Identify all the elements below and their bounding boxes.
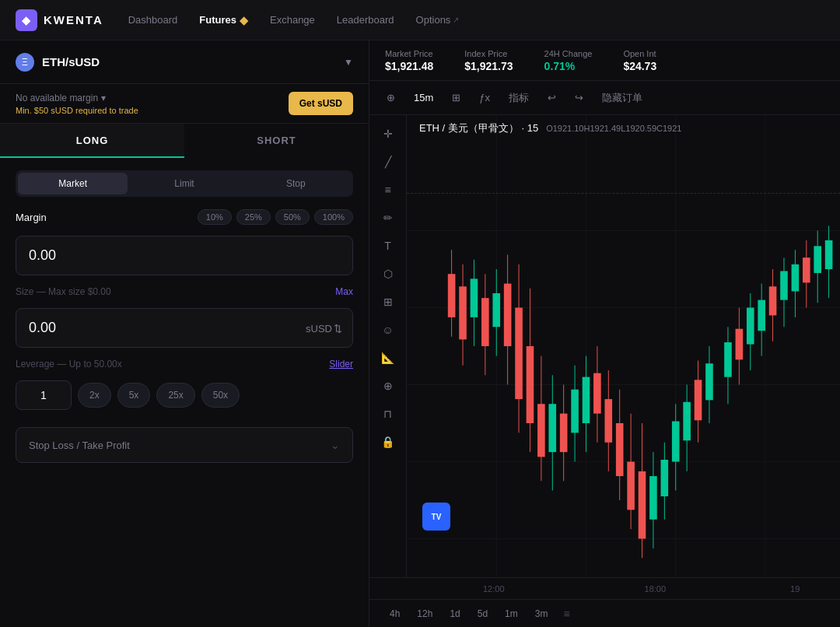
lock-tool-button[interactable]: 🔒	[376, 429, 401, 454]
no-margin-label: No available margin ▾	[16, 93, 138, 103]
svg-rect-64	[758, 300, 765, 331]
leverage-label: Leverage — Up to 50.00x	[16, 359, 122, 370]
svg-rect-34	[583, 377, 590, 423]
svg-rect-54	[695, 380, 702, 420]
pair-dropdown-icon: ▼	[344, 57, 353, 68]
tab-long[interactable]: LONG	[0, 124, 184, 158]
candlestick-chart	[407, 115, 840, 577]
tab-limit[interactable]: Limit	[129, 173, 239, 194]
pair-label: ETH/sUSD	[42, 55, 336, 68]
margin-chevron-icon: ▾	[101, 93, 106, 103]
node-tool-button[interactable]: ⬡	[376, 261, 401, 286]
zoom-tool-button[interactable]: ⊕	[376, 373, 401, 398]
tab-stop[interactable]: Stop	[241, 173, 351, 194]
multiline-tool-button[interactable]: ≡	[376, 177, 401, 202]
tradingview-logo: TV	[422, 503, 450, 531]
tf-12h-button[interactable]: 12h	[409, 605, 440, 622]
left-panel: Ξ ETH/sUSD ▼ No available margin ▾ Min. …	[0, 40, 369, 627]
pct-100-button[interactable]: 100%	[314, 209, 353, 225]
undo-button[interactable]: ↩	[543, 89, 561, 107]
nav-leaderboard[interactable]: Leaderboard	[337, 14, 394, 26]
timeframe-more-icon[interactable]: ≡	[563, 608, 569, 620]
logo-icon: ◆	[16, 9, 37, 31]
leverage-input[interactable]	[16, 380, 72, 410]
margin-section: Margin 10% 25% 50% 100%	[16, 209, 353, 225]
size-input[interactable]	[16, 308, 353, 348]
change-24h-group: 24H Change 0.71%	[544, 49, 593, 72]
magnet-tool-button[interactable]: ⊓	[376, 401, 401, 426]
nav-dashboard[interactable]: Dashboard	[128, 14, 178, 26]
percentage-buttons: 10% 25% 50% 100%	[198, 209, 353, 225]
lev-2x-button[interactable]: 2x	[78, 383, 111, 408]
svg-rect-26	[537, 404, 545, 457]
pct-50-button[interactable]: 50%	[275, 209, 310, 225]
svg-rect-42	[627, 462, 635, 510]
svg-rect-62	[747, 308, 754, 345]
price-info-bar: Market Price $1,921.48 Index Price $1,92…	[369, 40, 840, 81]
ruler-tool-button[interactable]: 📐	[376, 345, 401, 370]
long-short-tabs: LONG SHORT	[0, 124, 369, 158]
tf-5d-button[interactable]: 5d	[470, 605, 495, 622]
index-price-group: Index Price $1,921.73	[464, 49, 513, 72]
chart-ohlc-label: O1921.10H1921.49L1920.59C1921	[546, 124, 681, 133]
lev-5x-button[interactable]: 5x	[117, 383, 151, 408]
svg-rect-32	[571, 390, 579, 433]
text-tool-button[interactable]: T	[376, 233, 401, 258]
stop-loss-section[interactable]: Stop Loss / Take Profit ⌄	[16, 427, 353, 463]
pattern-tool-button[interactable]: ⊞	[376, 289, 401, 314]
svg-rect-58	[724, 342, 732, 377]
margin-input[interactable]	[16, 236, 353, 275]
nav-futures[interactable]: Futures ◆	[199, 14, 248, 26]
fx-button[interactable]: ƒx	[474, 89, 495, 107]
pair-selector[interactable]: Ξ ETH/sUSD ▼	[0, 40, 369, 84]
nav-options[interactable]: Options ↗	[416, 14, 460, 26]
indicators-button[interactable]: 指标	[504, 88, 534, 108]
svg-rect-14	[471, 278, 478, 317]
nav-exchange[interactable]: Exchange	[270, 14, 315, 26]
tv-logo-text: TV	[432, 513, 442, 521]
tf-1m-button[interactable]: 1m	[497, 605, 526, 622]
svg-rect-56	[705, 363, 713, 400]
price-dashed-line	[407, 193, 840, 194]
lev-50x-button[interactable]: 50x	[201, 383, 240, 408]
redo-button[interactable]: ↪	[570, 89, 588, 107]
get-susd-button[interactable]: Get sUSD	[289, 92, 353, 115]
index-price-value: $1,921.73	[464, 60, 513, 72]
timeframe-button[interactable]: 15m	[409, 89, 438, 107]
pct-10-button[interactable]: 10%	[198, 209, 232, 225]
svg-rect-22	[515, 308, 523, 400]
chart-canvas: ETH / 美元（甲骨文） · 15 O1921.10H1921.49L1920…	[407, 115, 840, 577]
chart-pair-text: ETH / 美元（甲骨文）	[419, 122, 519, 134]
max-link[interactable]: Max	[335, 286, 353, 297]
tf-1d-button[interactable]: 1d	[442, 605, 467, 622]
min-required-label: Min. $50 sUSD required to trade	[16, 106, 138, 115]
svg-rect-66	[769, 286, 777, 315]
susd-arrows-icon: ⇅	[334, 322, 342, 334]
line-tool-button[interactable]: ╱	[376, 149, 401, 174]
pen-tool-button[interactable]: ✏	[376, 205, 401, 230]
nav-links: Dashboard Futures ◆ Exchange Leaderboard…	[128, 14, 824, 26]
logo[interactable]: ◆ KWENTA	[16, 9, 103, 31]
emoji-tool-button[interactable]: ☺	[376, 317, 401, 342]
svg-rect-38	[604, 399, 612, 443]
tab-short[interactable]: SHORT	[184, 124, 369, 158]
crosshair-tool-button[interactable]: ⊕	[382, 89, 400, 107]
svg-rect-18	[492, 293, 500, 327]
svg-rect-76	[825, 240, 833, 269]
tf-4h-button[interactable]: 4h	[382, 605, 408, 622]
tab-market[interactable]: Market	[18, 173, 128, 194]
cursor-tool-button[interactable]: ✛	[376, 121, 401, 146]
chart-type-button[interactable]: ⊞	[447, 89, 465, 107]
eth-icon: Ξ	[16, 53, 34, 72]
svg-rect-48	[661, 460, 669, 496]
form-area: Margin 10% 25% 50% 100% Size — Max size …	[0, 197, 369, 627]
slider-link[interactable]: Slider	[329, 359, 353, 370]
pct-25-button[interactable]: 25%	[236, 209, 271, 225]
tf-3m-button[interactable]: 3m	[527, 605, 556, 622]
futures-icon: ◆	[240, 14, 248, 26]
open-int-value: $24.73	[623, 60, 656, 72]
lev-25x-button[interactable]: 25x	[156, 383, 194, 408]
logo-text: KWENTA	[44, 13, 103, 26]
nav-futures-label: Futures	[199, 14, 236, 26]
hide-orders-button[interactable]: 隐藏订单	[597, 88, 647, 108]
